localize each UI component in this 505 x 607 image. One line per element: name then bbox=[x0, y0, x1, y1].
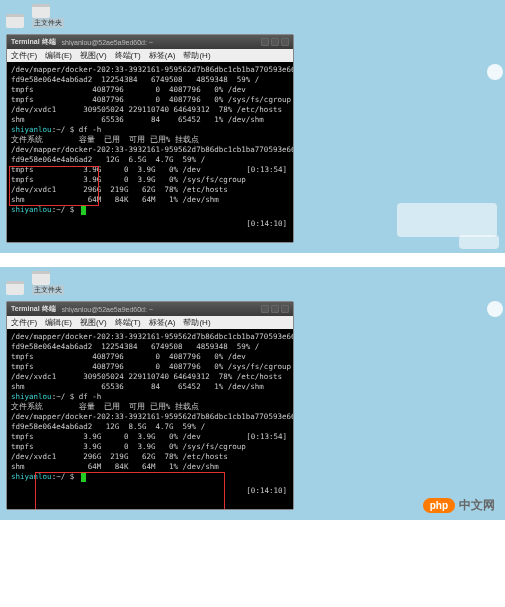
titlebar: Terminal 终端 shiyanlou@52ae5a9ed60d: ~ bbox=[7, 35, 293, 49]
menu-file[interactable]: 文件(F) bbox=[11, 50, 37, 61]
df-output-1: /dev/mapper/docker-202:33-3932161-959562… bbox=[11, 332, 289, 392]
menu-view[interactable]: 视图(V) bbox=[80, 50, 107, 61]
watermark-blur bbox=[397, 203, 497, 237]
screenshot-panel-1: 主文件夹 Terminal 终端 shiyanlou@52ae5a9ed60d:… bbox=[0, 0, 505, 253]
terminal-window: Terminal 终端 shiyanlou@52ae5a9ed60d: ~ 文件… bbox=[6, 34, 294, 243]
menu-term[interactable]: 终端(T) bbox=[115, 50, 141, 61]
clock-1: [0:13:54] bbox=[246, 432, 287, 442]
clock-1: [0:13:54] bbox=[246, 165, 287, 175]
minimize-button[interactable] bbox=[261, 305, 269, 313]
maximize-button[interactable] bbox=[271, 38, 279, 46]
php-cn-watermark: php 中文网 bbox=[423, 497, 495, 514]
menu-edit[interactable]: 编辑(E) bbox=[45, 317, 72, 328]
prompt-line[interactable]: shiyanlou:~/ $ bbox=[11, 472, 289, 482]
folder-label: 主文件夹 bbox=[32, 285, 64, 295]
titlebar: Terminal 终端 shiyanlou@52ae5a9ed60d: ~ bbox=[7, 302, 293, 316]
watermark-circle bbox=[487, 301, 503, 317]
menubar: 文件(F) 编辑(E) 视图(V) 终端(T) 标签(A) 帮助(H) bbox=[7, 49, 293, 62]
watermark-circle bbox=[487, 64, 503, 80]
menu-file[interactable]: 文件(F) bbox=[11, 317, 37, 328]
window-title: Terminal 终端 bbox=[11, 304, 56, 314]
desktop-icons: 主文件夹 bbox=[6, 275, 499, 295]
window-host: shiyanlou@52ae5a9ed60d: ~ bbox=[62, 39, 255, 46]
terminal-output[interactable]: /dev/mapper/docker-202:33-3932161-959562… bbox=[7, 62, 293, 242]
folder-icon[interactable] bbox=[32, 271, 50, 285]
menu-help[interactable]: 帮助(H) bbox=[183, 317, 210, 328]
close-button[interactable] bbox=[281, 305, 289, 313]
screenshot-panel-2: 主文件夹 Terminal 终端 shiyanlou@52ae5a9ed60d:… bbox=[0, 265, 505, 520]
folder-icon[interactable] bbox=[32, 4, 50, 18]
close-button[interactable] bbox=[281, 38, 289, 46]
maximize-button[interactable] bbox=[271, 305, 279, 313]
cursor-icon bbox=[81, 473, 86, 482]
menu-tabs[interactable]: 标签(A) bbox=[149, 317, 176, 328]
window-title: Terminal 终端 bbox=[11, 37, 56, 47]
menu-help[interactable]: 帮助(H) bbox=[183, 50, 210, 61]
menubar: 文件(F) 编辑(E) 视图(V) 终端(T) 标签(A) 帮助(H) bbox=[7, 316, 293, 329]
df-output-1: /dev/mapper/docker-202:33-3932161-959562… bbox=[11, 65, 289, 125]
watermark-blur bbox=[459, 235, 499, 249]
terminal-window: Terminal 终端 shiyanlou@52ae5a9ed60d: ~ 文件… bbox=[6, 301, 294, 510]
menu-tabs[interactable]: 标签(A) bbox=[149, 50, 176, 61]
menu-edit[interactable]: 编辑(E) bbox=[45, 50, 72, 61]
prompt-line[interactable]: shiyanlou:~/ $ bbox=[11, 205, 289, 215]
folder-icon[interactable] bbox=[6, 281, 24, 295]
clock-2: [0:14:10] bbox=[246, 219, 287, 229]
desktop-icons: 主文件夹 bbox=[6, 8, 499, 28]
cursor-icon bbox=[81, 206, 86, 215]
folder-icon[interactable] bbox=[6, 14, 24, 28]
menu-term[interactable]: 终端(T) bbox=[115, 317, 141, 328]
folder-label: 主文件夹 bbox=[32, 18, 64, 28]
watermark-text: 中文网 bbox=[459, 497, 495, 514]
minimize-button[interactable] bbox=[261, 38, 269, 46]
menu-view[interactable]: 视图(V) bbox=[80, 317, 107, 328]
window-host: shiyanlou@52ae5a9ed60d: ~ bbox=[62, 306, 255, 313]
terminal-output[interactable]: /dev/mapper/docker-202:33-3932161-959562… bbox=[7, 329, 293, 509]
clock-2: [0:14:10] bbox=[246, 486, 287, 496]
watermark-badge: php bbox=[423, 498, 455, 513]
